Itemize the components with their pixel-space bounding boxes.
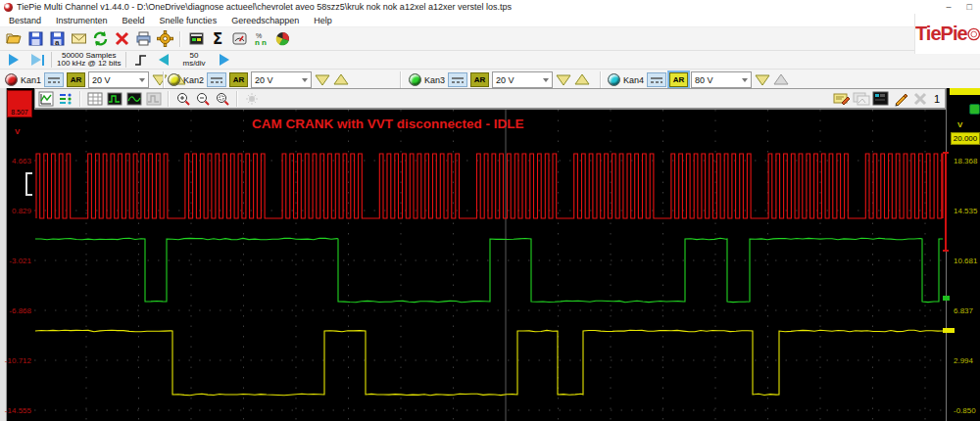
- zoom-reset-icon[interactable]: [214, 90, 231, 108]
- channel-4-coupling-button[interactable]: [647, 72, 666, 87]
- menu-help[interactable]: Help: [314, 16, 332, 25]
- menu-gereedschappen[interactable]: Gereedschappen: [231, 16, 299, 25]
- channel-3-coupling-button[interactable]: [448, 72, 467, 87]
- channel-2-range-select[interactable]: 20 V: [251, 71, 312, 88]
- red-channel-range-marker[interactable]: [943, 152, 949, 252]
- menu-beeld[interactable]: Beeld: [122, 16, 145, 25]
- start-measurement-icon[interactable]: [4, 50, 24, 70]
- left-axis: 8.507 V 4.6630.829-3.021-6.868-10.712-14…: [0, 88, 34, 421]
- window-title: TiePie Multi Channel v1.44.0 - D:\OneDri…: [17, 2, 943, 12]
- app-window: TiePie Multi Channel v1.44.0 - D:\OneDri…: [0, 0, 980, 421]
- channel-4-range-select[interactable]: 80 V: [691, 71, 752, 88]
- channel-3-group: Kan3 AR 20 V: [409, 71, 590, 88]
- channel-4-range-up-icon: [773, 73, 789, 86]
- timebase-slower-icon[interactable]: [154, 50, 173, 70]
- right-axis-tick-label: -0.850: [954, 406, 980, 415]
- note-edit-icon[interactable]: [833, 90, 851, 108]
- green-channel-zero-marker[interactable]: [943, 296, 950, 301]
- channel-4-led[interactable]: [608, 73, 620, 86]
- channel-3-label: Kan3: [424, 75, 445, 85]
- trigger-slope-icon[interactable]: [130, 50, 150, 70]
- tiepie-logo-ring-icon: [967, 22, 980, 47]
- oneshot-measurement-icon[interactable]: [27, 50, 47, 70]
- toolbar-separator: [79, 91, 81, 107]
- scope-plot[interactable]: CAM CRANK with VVT disconnected - IDLE: [34, 110, 946, 421]
- channel-1-range-select[interactable]: 20 V: [88, 71, 149, 88]
- pen-color-icon[interactable]: [892, 90, 909, 108]
- settings-gear-icon[interactable]: [155, 29, 174, 49]
- minimize-button[interactable]: –: [947, 2, 952, 12]
- channel-2-coupling-button[interactable]: [207, 72, 226, 87]
- timebase-faster-icon[interactable]: [215, 50, 234, 70]
- channel-4-label: Kan4: [623, 75, 644, 85]
- left-axis-unit: V: [15, 127, 20, 136]
- timebase: 50 ms/div: [177, 52, 210, 68]
- main-toolbar: a Σ %n n: [0, 27, 980, 51]
- channel-2-autorange-button[interactable]: AR: [229, 72, 248, 87]
- left-axis-tick-label: 0.829: [2, 207, 31, 215]
- channel-2-led[interactable]: [168, 73, 180, 86]
- left-axis-tick-label: -10.712: [2, 356, 31, 365]
- app-icon: [4, 3, 13, 12]
- right-axis-channel-header[interactable]: [950, 88, 980, 95]
- pie-chart-icon[interactable]: [272, 29, 292, 49]
- channel-4-group: Kan4 AR 80 V: [608, 71, 789, 88]
- zoom-out-icon[interactable]: [194, 90, 212, 108]
- channel-1-autorange-button[interactable]: AR: [67, 72, 85, 87]
- right-axis-tick-label: 10.681: [954, 257, 980, 265]
- delete-icon[interactable]: [112, 29, 131, 49]
- channel-2-range-down-icon[interactable]: [315, 73, 330, 86]
- menu-bestand[interactable]: Bestand: [9, 16, 41, 25]
- axes-settings-icon[interactable]: [37, 90, 55, 108]
- graph-toolbar: 1: [34, 88, 946, 110]
- right-axis-tick-label: 18.368: [954, 157, 980, 165]
- dropdown-arrow-icon: [543, 78, 549, 85]
- menu-instrumenten[interactable]: Instrumenten: [56, 16, 108, 25]
- channel-2-range-value: 20 V: [255, 75, 273, 85]
- menu-bar: Bestand Instrumenten Beeld Snelle functi…: [0, 14, 980, 27]
- yellow-channel-zero-marker[interactable]: [943, 328, 955, 333]
- channel-1-led[interactable]: [5, 73, 18, 86]
- channel-3-range-select[interactable]: 20 V: [492, 71, 553, 88]
- values-percent-icon[interactable]: %n n: [251, 29, 270, 49]
- save-as-icon[interactable]: a: [47, 29, 67, 49]
- instrument-display-icon[interactable]: [186, 29, 206, 49]
- channel-3-led[interactable]: [409, 73, 421, 86]
- screen-capture-icon[interactable]: [872, 90, 890, 108]
- channel-2-range-up-icon[interactable]: [333, 73, 349, 86]
- left-axis-channel-header[interactable]: 8.507: [7, 90, 32, 117]
- menu-snelle-functies[interactable]: Snelle functies: [160, 16, 218, 25]
- trigger-level-bracket[interactable]: [25, 172, 32, 196]
- channel-3-range-down-icon[interactable]: [556, 73, 571, 86]
- channel-4-autorange-button[interactable]: AR: [669, 72, 688, 87]
- save-icon[interactable]: [25, 29, 45, 49]
- legend-icon[interactable]: [57, 90, 74, 108]
- open-file-icon[interactable]: [4, 29, 24, 49]
- channel-3-autorange-button[interactable]: AR: [470, 72, 489, 87]
- channel-2-label: Kan2: [183, 75, 204, 85]
- title-bar: TiePie Multi Channel v1.44.0 - D:\OneDri…: [0, 0, 980, 14]
- channel-1-group: Kan1 AR 20 V: [5, 71, 186, 88]
- toolbar-separator: [236, 91, 238, 107]
- channel-1-coupling-button[interactable]: [44, 72, 64, 87]
- sigma-measurements-icon[interactable]: Σ: [208, 29, 227, 49]
- print-icon[interactable]: [133, 29, 153, 49]
- page-number: 1: [931, 93, 943, 105]
- table-view-icon[interactable]: [86, 90, 104, 108]
- graph-disabled-icon: [145, 90, 163, 108]
- annotation-text: CAM CRANK with VVT disconnected - IDLE: [252, 117, 524, 131]
- zoom-in-icon[interactable]: [174, 90, 192, 108]
- email-icon[interactable]: [69, 29, 88, 49]
- graph-view-icon[interactable]: [106, 90, 123, 108]
- acquisition-toolbar: 50000 Samples 100 kHz @ 12 bits 50 ms/di…: [0, 51, 980, 70]
- left-axis-tick-label: -6.868: [2, 306, 31, 315]
- multimeter-icon[interactable]: [229, 29, 249, 49]
- channel-1-label: Kan1: [21, 75, 41, 85]
- refresh-icon[interactable]: [90, 29, 110, 49]
- graph-smooth-view-icon[interactable]: [125, 90, 143, 108]
- channel-4-range-value: 80 V: [695, 75, 713, 85]
- channel-3-range-up-icon[interactable]: [574, 73, 590, 86]
- channel-1-range-down-icon[interactable]: [152, 73, 168, 86]
- maximize-button[interactable]: □: [967, 2, 972, 12]
- channel-4-range-down-icon[interactable]: [755, 73, 770, 86]
